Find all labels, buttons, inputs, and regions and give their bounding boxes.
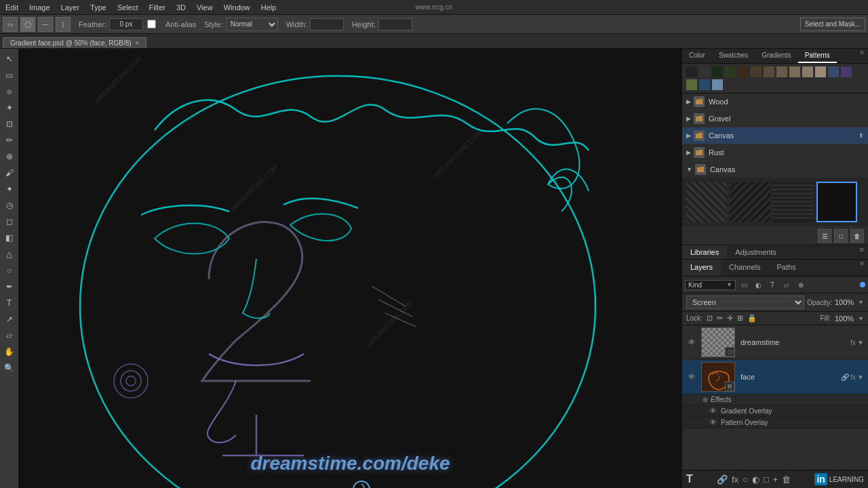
canvas-area[interactable]: dreamstime.com/deke DREAMSTIME.COM DREAM…	[19, 49, 682, 488]
lock-transparency-icon[interactable]: ⊡	[707, 314, 713, 323]
layer-pattern-overlay[interactable]: 👁 Pattern Overlay	[682, 417, 868, 428]
tool-move[interactable]: ↖	[2, 52, 17, 66]
pattern-swatch-4[interactable]	[725, 66, 736, 77]
pattern-swatch-14[interactable]	[686, 79, 697, 90]
layers-collapse[interactable]: ≡	[856, 260, 868, 276]
dreamstime-visibility-icon[interactable]: 👁	[686, 338, 697, 347]
tool-spot-heal[interactable]: ⊕	[2, 149, 17, 164]
add-layer-style-btn[interactable]: fx	[732, 474, 738, 485]
new-layer-btn[interactable]: +	[773, 474, 778, 485]
marquee-single-row-btn[interactable]: —	[38, 17, 53, 32]
tool-clone[interactable]: ✦	[2, 182, 17, 197]
tab-paths[interactable]: Paths	[769, 260, 804, 276]
text-tool-icon[interactable]: T	[686, 473, 693, 485]
canvas-pattern-4[interactable]	[816, 182, 857, 222]
pattern-swatch-12[interactable]	[828, 66, 839, 77]
tool-eyedropper[interactable]: ✏	[2, 133, 17, 148]
tab-swatches[interactable]: Swatches	[712, 49, 755, 63]
pattern-swatch-2[interactable]	[699, 66, 710, 77]
face-visibility-icon[interactable]: 👁	[686, 372, 697, 382]
delete-layer-btn[interactable]: 🗑	[782, 474, 791, 485]
pattern-folder-btn[interactable]: □	[834, 229, 848, 243]
canvas-pattern-3[interactable]	[773, 182, 814, 222]
fill-arrow[interactable]: ▼	[858, 315, 864, 322]
pattern-swatch-5[interactable]	[738, 66, 749, 77]
select-mask-button[interactable]: Select and Mask...	[800, 18, 865, 31]
create-adjustment-btn[interactable]: ◐	[752, 474, 760, 485]
tool-path-select[interactable]: ↗	[2, 312, 17, 327]
pattern-swatch-6[interactable]	[751, 66, 762, 77]
menu-item-3d[interactable]: 3D	[171, 3, 191, 12]
tool-text[interactable]: T	[2, 296, 17, 310]
tab-channels[interactable]: Channels	[721, 260, 768, 276]
tab-color[interactable]: Color	[682, 49, 712, 63]
tool-brush[interactable]: 🖌	[2, 165, 17, 180]
marquee-ellipse-btn[interactable]: ◯	[20, 17, 35, 32]
create-group-btn[interactable]: □	[764, 474, 769, 485]
layer-face[interactable]: 👁 ⛓ face 🔗 fx ▼	[682, 360, 868, 394]
menu-item-filter[interactable]: Filter	[144, 3, 171, 12]
menu-item-select[interactable]: Select	[112, 3, 144, 12]
lock-all-icon[interactable]: 🔒	[747, 314, 757, 323]
tool-blur[interactable]: △	[2, 247, 17, 262]
style-select[interactable]: Normal Fixed Ratio Fixed Size	[226, 18, 278, 31]
marquee-rect-btn[interactable]: ▭	[3, 17, 18, 32]
pattern-swatch-9[interactable]	[789, 66, 800, 77]
antialias-checkbox[interactable]	[147, 20, 156, 28]
filter-shape-btn[interactable]: ▱	[781, 279, 793, 291]
canvas-pattern-2[interactable]	[730, 182, 770, 222]
menu-item-edit[interactable]: Edit	[0, 3, 24, 12]
menu-item-help[interactable]: Help	[256, 3, 282, 12]
pattern-swatch-11[interactable]	[815, 66, 826, 77]
pattern-create-btn[interactable]: ☰	[818, 229, 831, 243]
pattern-swatch-15[interactable]	[699, 79, 710, 90]
filter-pixel-btn[interactable]: ▭	[738, 279, 750, 291]
menu-item-type[interactable]: Type	[85, 3, 112, 12]
layer-dreamstime[interactable]: 👁 ⬡ dreamstime fx ▼	[682, 325, 868, 360]
pattern-group-rust-header[interactable]: ▶ Rust	[682, 144, 868, 161]
pattern-swatch-8[interactable]	[776, 66, 787, 77]
menu-item-layer[interactable]: Layer	[56, 3, 85, 12]
pattern-swatch-3[interactable]	[712, 66, 723, 77]
gradient-overlay-visibility[interactable]: 👁	[709, 407, 717, 415]
width-input[interactable]	[310, 18, 344, 30]
pattern-group-canvas-header-hover[interactable]: ▶ Canvas ⬆	[682, 127, 868, 144]
height-input[interactable]	[378, 18, 412, 30]
tool-history[interactable]: ◷	[2, 198, 17, 213]
menu-item-view[interactable]: View	[191, 3, 218, 12]
tab-adjustments[interactable]: Adjustments	[727, 245, 785, 259]
pattern-delete-btn[interactable]: 🗑	[850, 229, 864, 243]
kind-filter[interactable]: Kind ▼	[685, 280, 736, 290]
tool-magic-wand[interactable]: ✦	[2, 100, 17, 115]
face-fx-label[interactable]: fx	[850, 373, 856, 381]
add-mask-btn[interactable]: ○	[743, 474, 748, 485]
tool-lasso[interactable]: ⌾	[2, 84, 17, 99]
pattern-swatch-13[interactable]	[841, 66, 852, 77]
layer-gradient-overlay[interactable]: 👁 Gradient Overlay	[682, 405, 868, 417]
document-tab[interactable]: Gradient face.psd @ 50% (face, RGB/8) ×	[3, 37, 146, 48]
dreamstime-expand-icon[interactable]: ▼	[857, 339, 864, 346]
tool-zoom[interactable]: 🔍	[2, 361, 17, 375]
menu-item-image[interactable]: Image	[24, 3, 56, 12]
tab-gradients[interactable]: Gradients	[755, 49, 797, 63]
lock-position-icon[interactable]: ✛	[727, 314, 733, 323]
top-panel-collapse[interactable]: ≡	[856, 49, 868, 63]
tool-hand[interactable]: ✋	[2, 344, 17, 359]
pattern-group-gravel-header[interactable]: ▶ Gravel	[682, 110, 868, 127]
pattern-group-wood-header[interactable]: ▶ Wood	[682, 94, 868, 110]
tool-pen[interactable]: ✒	[2, 279, 17, 294]
filter-adjust-btn[interactable]: ◐	[752, 279, 764, 291]
feather-input[interactable]	[109, 18, 143, 30]
lib-adj-collapse[interactable]: ≡	[856, 245, 868, 259]
opacity-arrow[interactable]: ▼	[858, 299, 864, 306]
tab-patterns[interactable]: Patterns	[798, 49, 837, 63]
face-link-icon[interactable]: 🔗	[841, 373, 849, 381]
tool-eraser[interactable]: ◻	[2, 214, 17, 229]
lock-artboard-icon[interactable]: ⊞	[737, 314, 743, 323]
tab-close-btn[interactable]: ×	[136, 39, 140, 47]
tool-crop[interactable]: ⊡	[2, 117, 17, 131]
tab-layers[interactable]: Layers	[682, 260, 721, 276]
tool-shapes[interactable]: ▱	[2, 328, 17, 343]
menu-item-window[interactable]: Window	[218, 3, 256, 12]
pattern-swatch-7[interactable]	[764, 66, 774, 77]
